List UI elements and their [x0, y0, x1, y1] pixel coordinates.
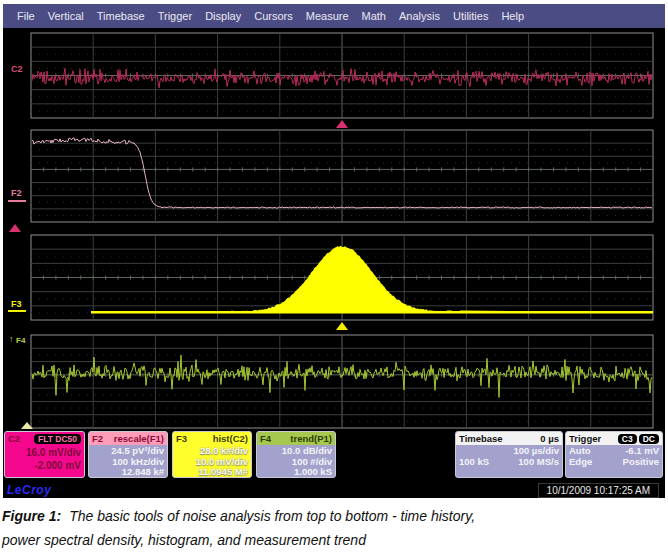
trigger-box[interactable]: Trigger C3 DC Auto -6.1 mV Edge Positive — [565, 431, 663, 478]
menu-timebase[interactable]: Timebase — [97, 10, 145, 22]
trigger-slope: Positive — [623, 456, 659, 467]
menu-utilities[interactable]: Utilities — [453, 10, 488, 22]
timebase-samplerate: 100 MS/s — [518, 456, 559, 467]
menu-file[interactable]: File — [17, 10, 35, 22]
timebase-delay: 0 µs — [540, 433, 559, 444]
timebase-label: Timebase — [459, 433, 503, 444]
figure-caption: Figure 1:The basic tools of noise analys… — [0, 500, 668, 556]
trigger-time-marker[interactable] — [336, 120, 348, 128]
trigger-level: -6.1 mV — [625, 445, 659, 456]
f2-descriptor-title: rescale(F1) — [114, 433, 164, 444]
trigger-type: Edge — [569, 456, 592, 467]
scope-display-grids — [3, 4, 665, 479]
trigger-source-badge: C3 — [618, 434, 637, 444]
f3-count: 11.0945 M# — [176, 467, 248, 478]
f2-vdiv: 24.5 pV²/div — [92, 446, 164, 457]
timebase-samples: 100 kS — [459, 456, 489, 467]
f2-count: 12.848 k# — [92, 467, 164, 478]
figure-label: Figure 1: — [2, 508, 61, 524]
menu-bar: File Vertical Timebase Trigger Display C… — [3, 4, 665, 28]
c2-vdiv: 16.0 mV/div — [8, 446, 81, 459]
f3-descriptor-box[interactable]: F3 hist(C2) 28.0 k#/div 10.0 mV/div 11.0… — [172, 431, 252, 478]
c2-descriptor-id: C2 — [8, 433, 20, 444]
trace-label-f2[interactable]: F2 — [11, 188, 22, 198]
f4-count: 1.000 kS — [260, 467, 332, 478]
menu-measure[interactable]: Measure — [306, 10, 349, 22]
menu-display[interactable]: Display — [205, 10, 241, 22]
menu-vertical[interactable]: Vertical — [48, 10, 84, 22]
f2-descriptor-box[interactable]: F2 rescale(F1) 24.5 pV²/div 100 kHz/div … — [88, 431, 168, 478]
trace-label-c2[interactable]: C2 — [11, 64, 23, 74]
f3-level-bar — [8, 310, 26, 312]
menu-analysis[interactable]: Analysis — [399, 10, 440, 22]
f2-level-bar — [8, 200, 26, 202]
f4-descriptor-id: F4 — [260, 433, 271, 444]
trigger-mode: Auto — [569, 445, 591, 456]
menu-cursors[interactable]: Cursors — [254, 10, 293, 22]
lecroy-logo: LeCroy — [7, 483, 51, 497]
f4-offscreen-arrow-icon: ↑ — [9, 334, 14, 344]
f4-descriptor-title: trend(P1) — [290, 433, 332, 444]
trace-label-f3[interactable]: F3 — [11, 299, 22, 309]
menu-trigger[interactable]: Trigger — [158, 10, 192, 22]
trace-label-f4[interactable]: F4 — [16, 336, 25, 345]
menu-math[interactable]: Math — [362, 10, 386, 22]
menu-help[interactable]: Help — [501, 10, 524, 22]
timebase-box[interactable]: Timebase 0 µs 100 µs/div 100 kS 100 MS/s — [455, 431, 563, 478]
f3-center-marker[interactable] — [336, 322, 348, 330]
f2-indicator-marker[interactable] — [9, 224, 21, 232]
c2-descriptor-box[interactable]: C2 FLT DC50 16.0 mV/div -2.000 mV — [4, 431, 85, 478]
f4-vdiv: 10.0 dB/div — [260, 446, 332, 457]
f3-descriptor-title: hist(C2) — [213, 433, 248, 444]
c2-offset: -2.000 mV — [8, 459, 81, 472]
f2-descriptor-id: F2 — [92, 433, 103, 444]
oscilloscope-screen: File Vertical Timebase Trigger Display C… — [3, 4, 665, 498]
timestamp: 10/1/2009 10:17:25 AM — [538, 483, 659, 498]
f3-descriptor-id: F3 — [176, 433, 187, 444]
c2-coupling-badge: FLT DC50 — [34, 434, 81, 444]
f4-descriptor-box[interactable]: F4 trend(P1) 10.0 dB/div 100 #/div 1.000… — [256, 431, 336, 478]
trigger-label: Trigger — [569, 433, 601, 444]
trigger-coupling-badge: DC — [639, 434, 659, 444]
f3-vdiv: 28.0 k#/div — [176, 446, 248, 457]
timebase-scale: 100 µs/div — [513, 445, 559, 456]
